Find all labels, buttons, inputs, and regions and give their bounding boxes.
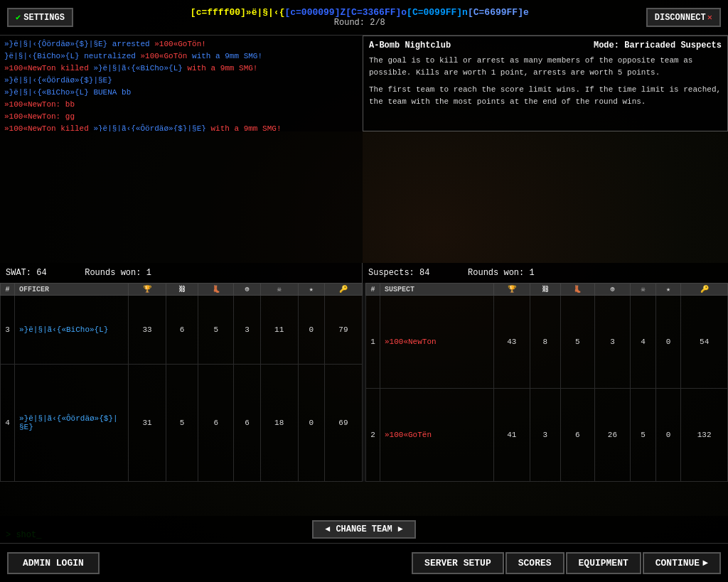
chat-line-5: »}ë|§|‹{«BiCho»{L} BUENA bb	[4, 87, 358, 99]
col-skull-sus: ☠	[631, 284, 656, 296]
chat-line-3: »100«NewTon killed »}ë|§|ã‹{«BiCho»{L} w…	[4, 63, 358, 75]
swat-s5-2: 18	[260, 364, 298, 481]
col-rank-swat: #	[1, 284, 15, 296]
arrow-right-icon: ►	[398, 524, 403, 534]
chat-line-2: }ë|§|‹{BiCho»{L} neutralized »100«GoTön …	[4, 50, 358, 63]
swat-table: # OFFICER 🏆 ⛓ 👢 ⊕ ☠ ★ 🔑 3 »}ë|§|ã‹{«BiCh…	[0, 283, 363, 482]
arrow-left-icon: ◄	[325, 524, 330, 534]
chat-panel: »}ë|§|‹{Ôördäø»{$}|§E} arrested »100«GoT…	[0, 36, 363, 131]
col-key-swat: 🔑	[324, 284, 362, 296]
info-desc-2: The first team to reach the score limit …	[369, 84, 722, 107]
swat-s7-2: 69	[324, 364, 362, 481]
swat-s3-2: 6	[198, 364, 234, 481]
sus-s6-1: 0	[655, 296, 681, 389]
chat-line-8: »100«NewTon killed »}ë|§|ã‹{«Ôördäø»{$}|…	[4, 123, 358, 131]
col-boot-swat: 👢	[198, 284, 234, 296]
swat-s2-2: 5	[166, 364, 198, 481]
sus-s1-2: 41	[494, 389, 530, 482]
title-area: [c=ffff00]»ë|§|‹{[c=000099]Z[C=3366FF]o[…	[73, 7, 646, 28]
swat-s2-1: 6	[166, 296, 198, 365]
equipment-label: EQUIPMENT	[579, 558, 628, 568]
bottom-bar: ADMIN LOGIN SERVER SETUP SCORES EQUIPMEN…	[0, 543, 728, 582]
swat-name-1: »}ë|§|ã‹{«BiCho»{L}	[15, 296, 129, 365]
sus-s5-2: 5	[631, 389, 656, 482]
server-setup-label: SERVER SETUP	[424, 558, 491, 568]
change-team-bar: ◄ CHANGE TEAM ►	[0, 516, 728, 543]
sus-s5-1: 4	[631, 296, 656, 389]
disconnect-button[interactable]: DISCONNECT ✕	[646, 8, 721, 27]
sus-s7-2: 132	[681, 389, 728, 482]
col-cuffs-sus: ⛓	[530, 284, 560, 296]
swat-rank-1: 3	[1, 296, 15, 365]
col-key-sus: 🔑	[681, 284, 728, 296]
sus-name-1: »100«NewTon	[380, 296, 494, 389]
swat-s6-2: 0	[298, 364, 324, 481]
continue-arrow-icon: ►	[702, 558, 708, 568]
change-team-button[interactable]: ◄ CHANGE TEAM ►	[312, 520, 416, 539]
sus-s3-1: 5	[560, 296, 594, 389]
col-rank-suspects: #	[366, 284, 380, 296]
swat-s5-1: 11	[260, 296, 298, 365]
equipment-button[interactable]: EQUIPMENT	[566, 552, 641, 574]
check-icon: ✔	[16, 12, 21, 23]
suspects-table: # SUSPECT 🏆 ⛓ 👢 ⊕ ☠ ★ 🔑 1 »100«NewTon 43…	[365, 283, 728, 482]
scores-button[interactable]: SCORES	[505, 552, 564, 574]
sus-s6-2: 0	[655, 389, 681, 482]
scores-tables: # OFFICER 🏆 ⛓ 👢 ⊕ ☠ ★ 🔑 3 »}ë|§|ã‹{«BiCh…	[0, 283, 728, 482]
swat-player-row-1: 3 »}ë|§|ã‹{«BiCho»{L} 33 6 5 3 11 0 79	[1, 296, 363, 365]
disconnect-label: DISCONNECT	[655, 13, 706, 23]
swat-score-label: SWAT: 64	[6, 268, 47, 278]
settings-button[interactable]: ✔ SETTINGS	[7, 8, 73, 27]
server-setup-button[interactable]: SERVER SETUP	[412, 552, 504, 574]
chat-line-4: »}ë|§|‹{«Ôördäø»{$}|§E}	[4, 75, 358, 87]
sus-s2-2: 3	[530, 389, 560, 482]
suspects-score-label: Suspects: 84	[368, 268, 429, 278]
suspect-player-row-1: 1 »100«NewTon 43 8 5 3 4 0 54	[366, 296, 728, 389]
col-cuffs-swat: ⛓	[166, 284, 198, 296]
col-star-sus: ★	[655, 284, 681, 296]
x-icon: ✕	[707, 12, 712, 23]
chat-line-6: »100«NewTon: bb	[4, 99, 358, 111]
col-star-swat: ★	[298, 284, 324, 296]
sus-s3-2: 6	[560, 389, 594, 482]
continue-label: CONTINUE	[655, 558, 700, 568]
sus-name-2: »100«GoTën	[380, 389, 494, 482]
col-trophy-swat: 🏆	[129, 284, 166, 296]
col-target-swat: ⊕	[234, 284, 260, 296]
change-team-label: CHANGE TEAM	[336, 524, 392, 534]
swat-s4-2: 6	[234, 364, 260, 481]
round-info: Round: 2/8	[73, 18, 646, 28]
swat-s1-2: 31	[129, 364, 166, 481]
col-skull-swat: ☠	[260, 284, 298, 296]
chat-line-7: »100«NewTon: gg	[4, 111, 358, 123]
swat-rank-2: 4	[1, 364, 15, 481]
server-title: [c=ffff00]»ë|§|‹{[c=000099]Z[C=3366FF]o[…	[73, 7, 646, 18]
info-description: The goal is to kill or arrest as many me…	[369, 55, 722, 107]
scores-label: SCORES	[518, 558, 552, 568]
suspect-player-row-2: 2 »100«GoTën 41 3 6 26 5 0 132	[366, 389, 728, 482]
swat-s7-1: 79	[324, 296, 362, 365]
settings-label: SETTINGS	[23, 13, 65, 23]
admin-login-label: ADMIN LOGIN	[23, 558, 84, 568]
swat-s3-1: 5	[198, 296, 234, 365]
admin-login-button[interactable]: ADMIN LOGIN	[7, 552, 100, 574]
swat-s4-1: 3	[234, 296, 260, 365]
chat-line-1: »}ë|§|‹{Ôördäø»{$}|§E} arrested »100«GoT…	[4, 38, 358, 50]
col-target-sus: ⊕	[594, 284, 631, 296]
col-trophy-sus: 🏆	[494, 284, 530, 296]
map-name: A-Bomb Nightclub	[369, 41, 451, 50]
sus-s4-1: 3	[594, 296, 631, 389]
team-headers: SWAT: 64 Rounds won: 1 Suspects: 84 Roun…	[0, 263, 728, 283]
sus-s7-1: 54	[681, 296, 728, 389]
info-desc-1: The goal is to kill or arrest as many me…	[369, 55, 722, 78]
swat-score-header: SWAT: 64 Rounds won: 1	[0, 263, 363, 283]
info-header: A-Bomb Nightclub Mode: Barricaded Suspec…	[369, 41, 722, 50]
swat-s6-1: 0	[298, 296, 324, 365]
game-mode: Mode: Barricaded Suspects	[594, 41, 722, 50]
continue-button[interactable]: CONTINUE ►	[643, 552, 721, 574]
right-button-group: SERVER SETUP SCORES EQUIPMENT CONTINUE ►	[412, 552, 721, 574]
sus-s4-2: 26	[594, 389, 631, 482]
swat-rounds-label: Rounds won: 1	[85, 268, 151, 278]
sus-rank-2: 2	[366, 389, 380, 482]
swat-name-2: »}ë|§|ã‹{«Ôördäø»{$}|§E}	[15, 364, 129, 481]
